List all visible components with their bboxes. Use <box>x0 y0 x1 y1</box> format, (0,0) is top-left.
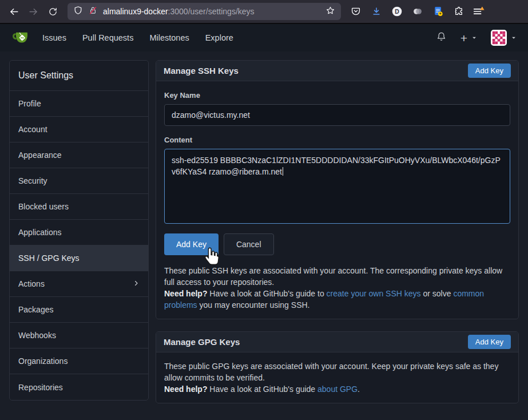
sidebar-item-account[interactable]: Account <box>10 117 148 142</box>
screen: almalinux9-docker:3000/user/settings/key… <box>0 0 528 420</box>
sidebar-item-organizations[interactable]: Organizations <box>10 348 148 374</box>
bookmark-star-icon[interactable] <box>325 6 335 18</box>
create-new-dropdown[interactable]: + <box>460 32 477 44</box>
browser-toolbar: almalinux9-docker:3000/user/settings/key… <box>0 0 528 24</box>
sidebar-title: User Settings <box>10 61 148 91</box>
gpg-panel-header: Manage GPG Keys Add Key <box>156 332 518 352</box>
download-icon <box>371 6 382 17</box>
svg-text:D: D <box>395 9 399 15</box>
sidebar-item-actions[interactable]: Actions <box>10 271 148 297</box>
cancel-button[interactable]: Cancel <box>224 233 274 255</box>
key-content-textarea[interactable]: ssh-ed25519 BBBBC3NzaC1lZDI1NTE5DDDDIDAN… <box>164 149 510 224</box>
nav-item-pull-requests[interactable]: Pull Requests <box>74 27 141 48</box>
sidebar-item-profile[interactable]: Profile <box>10 91 148 117</box>
ssh-description: These public SSH keys are associated wit… <box>164 265 510 288</box>
extension-toolbar: D <box>347 2 468 21</box>
ssh-panel-title: Manage SSH Keys <box>164 66 239 76</box>
d-extension-button[interactable]: D <box>388 2 406 21</box>
extensions-button[interactable] <box>450 2 468 21</box>
puzzle-piece-icon <box>454 6 464 17</box>
gpg-keys-panel: Manage GPG Keys Add Key These public GPG… <box>156 331 519 403</box>
chevron-down-icon <box>471 33 477 43</box>
app-menu-button[interactable] <box>469 2 487 21</box>
hamburger-menu-icon <box>472 5 485 18</box>
document-clock-icon <box>432 6 444 17</box>
reload-button[interactable] <box>43 2 62 21</box>
settings-main: Manage SSH Keys Add Key Key Name Content… <box>156 60 519 403</box>
add-key-submit-button[interactable]: Add Key <box>164 233 219 255</box>
sidebar-item-security[interactable]: Security <box>10 168 148 194</box>
nav-item-issues[interactable]: Issues <box>34 27 74 48</box>
gpg-add-key-toggle-button[interactable]: Add Key <box>468 335 511 349</box>
pocket-icon <box>351 6 361 17</box>
gpg-help-text: Need help? Have a look at GitHub's guide… <box>164 383 510 395</box>
overlapping-circles-icon <box>412 6 423 17</box>
about-gpg-link[interactable]: about GPG <box>317 385 358 394</box>
sidebar-item-repositories[interactable]: Repositories <box>10 374 148 400</box>
notifications-bell-icon[interactable] <box>436 31 447 45</box>
content-label: Content <box>164 136 510 144</box>
circles-extension-button[interactable] <box>408 2 427 21</box>
gpg-description: These public GPG keys are associated wit… <box>164 360 510 383</box>
sidebar-item-webhooks[interactable]: Webhooks <box>10 323 148 348</box>
url-bar[interactable]: almalinux9-docker:3000/user/settings/key… <box>68 3 341 20</box>
key-name-label: Key Name <box>164 91 510 100</box>
sidebar-item-blocked-users[interactable]: Blocked users <box>10 194 148 220</box>
reload-icon <box>48 7 58 17</box>
sidebar-item-ssh-gpg-keys[interactable]: SSH / GPG Keys <box>10 245 148 271</box>
ssh-panel-body: Key Name Content ssh-ed25519 BBBBC3NzaC1… <box>156 81 518 319</box>
d-circle-icon: D <box>391 6 403 17</box>
nav-item-explore[interactable]: Explore <box>197 27 241 48</box>
singlefile-extension-button[interactable] <box>429 2 447 21</box>
gitea-logo-icon[interactable] <box>11 29 31 46</box>
avatar <box>491 30 507 46</box>
create-ssh-keys-link[interactable]: create your own SSH keys <box>327 289 421 298</box>
ssh-keys-panel: Manage SSH Keys Add Key Key Name Content… <box>156 60 519 319</box>
sidebar-item-applications[interactable]: Applications <box>10 220 148 245</box>
url-path: :3000/user/settings/keys <box>168 7 255 16</box>
need-help-label: Need help? <box>164 289 207 298</box>
url-domain: almalinux9-docker <box>103 7 168 16</box>
back-arrow-icon <box>9 6 19 17</box>
back-button[interactable] <box>5 2 23 21</box>
sidebar-item-appearance[interactable]: Appearance <box>10 142 148 168</box>
nav-item-milestones[interactable]: Milestones <box>141 27 197 48</box>
gpg-panel-body: These public GPG keys are associated wit… <box>156 352 518 403</box>
need-help-label: Need help? <box>164 385 207 394</box>
sidebar-item-packages[interactable]: Packages <box>10 297 148 323</box>
downloads-button[interactable] <box>367 2 386 21</box>
plus-icon: + <box>460 32 467 44</box>
gitea-navbar: Issues Pull Requests Milestones Explore … <box>0 24 528 51</box>
settings-sidebar: User Settings Profile Account Appearance… <box>9 60 149 401</box>
form-buttons: Add Key Cancel <box>164 233 510 255</box>
user-menu-dropdown[interactable] <box>491 30 517 46</box>
ssh-panel-header: Manage SSH Keys Add Key <box>156 61 518 81</box>
ssh-add-key-toggle-button[interactable]: Add Key <box>468 64 511 78</box>
url-text: almalinux9-docker:3000/user/settings/key… <box>103 7 320 16</box>
gpg-panel-title: Manage GPG Keys <box>164 337 240 347</box>
forward-arrow-icon <box>28 6 39 17</box>
navbar-right: + <box>436 30 521 46</box>
chevron-right-icon <box>133 279 140 288</box>
key-name-input[interactable] <box>164 104 510 126</box>
ssh-help-text: Need help? Have a look at GitHub's guide… <box>164 288 510 311</box>
forward-button[interactable] <box>24 2 42 21</box>
tracking-shield-icon[interactable] <box>73 6 83 18</box>
chevron-down-icon <box>511 33 517 43</box>
settings-page: User Settings Profile Account Appearance… <box>0 51 528 403</box>
pocket-extension-button[interactable] <box>347 2 365 21</box>
insecure-lock-icon[interactable] <box>88 6 98 18</box>
